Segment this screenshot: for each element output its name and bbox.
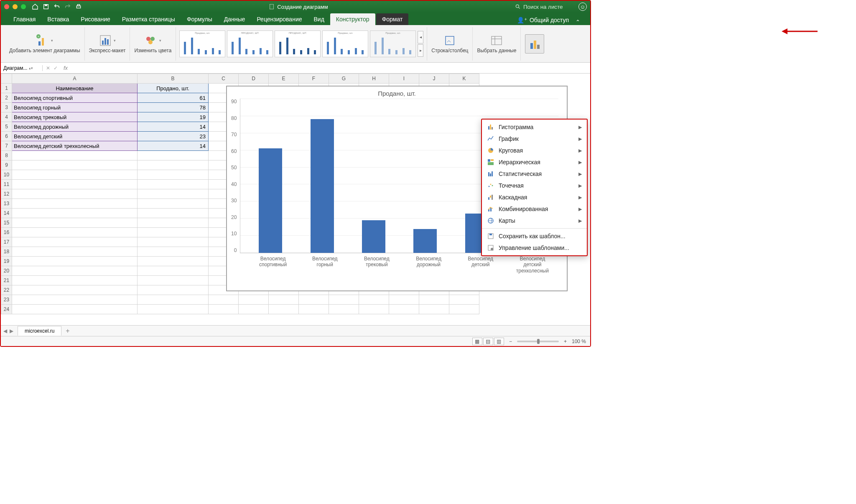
chart-bar[interactable]: [259, 148, 282, 253]
tab-formulas[interactable]: Формулы: [181, 13, 218, 25]
dd-line[interactable]: График▶: [482, 133, 587, 145]
dd-histogram[interactable]: Гистограмма▶: [482, 121, 587, 133]
dd-scatter[interactable]: Точечная▶: [482, 180, 587, 191]
cell[interactable]: Велосипед трековый: [12, 112, 138, 122]
cell[interactable]: 14: [138, 122, 209, 132]
chart-style-thumb[interactable]: Продано, шт.: [179, 31, 225, 57]
row-header[interactable]: 1: [1, 84, 12, 93]
search-input[interactable]: [523, 4, 573, 10]
row-header[interactable]: 23: [1, 295, 12, 305]
page-layout-view-icon[interactable]: ▤: [483, 338, 493, 345]
chart-title[interactable]: Продано, шт.: [227, 87, 567, 99]
row-header[interactable]: 14: [1, 209, 12, 218]
undo-icon[interactable]: [54, 3, 60, 10]
name-box[interactable]: Диаграм...▴▾: [1, 65, 43, 71]
switch-row-column-button[interactable]: Строка/столбец: [427, 27, 473, 61]
row-header[interactable]: 13: [1, 199, 12, 209]
cell[interactable]: Велосипед спортивный: [12, 93, 138, 103]
tab-home[interactable]: Главная: [8, 13, 41, 25]
row-header[interactable]: 24: [1, 305, 12, 314]
redo-icon[interactable]: [64, 3, 71, 10]
fx-label[interactable]: fx: [61, 65, 70, 71]
maximize-window-icon[interactable]: [21, 4, 26, 9]
chart-style-thumb[interactable]: ПРОДАНО, ШТ.: [227, 31, 273, 57]
row-header[interactable]: 10: [1, 170, 12, 180]
zoom-slider[interactable]: [517, 341, 559, 342]
row-header[interactable]: 9: [1, 160, 12, 170]
home-icon[interactable]: [32, 3, 38, 10]
zoom-out-button[interactable]: −: [509, 339, 512, 344]
zoom-in-button[interactable]: +: [564, 339, 567, 344]
cell[interactable]: 19: [138, 112, 209, 122]
cell[interactable]: 61: [138, 93, 209, 103]
feedback-icon[interactable]: ☺: [578, 3, 587, 11]
tab-data[interactable]: Данные: [218, 13, 251, 25]
row-header[interactable]: 20: [1, 266, 12, 276]
column-header[interactable]: B: [138, 74, 209, 84]
row-header[interactable]: 11: [1, 180, 12, 189]
cell[interactable]: Велосипед детский: [12, 132, 138, 141]
column-header[interactable]: K: [449, 74, 479, 84]
row-header[interactable]: 17: [1, 237, 12, 247]
row-header[interactable]: 15: [1, 218, 12, 228]
tab-chart-format[interactable]: Формат: [376, 13, 409, 25]
row-header[interactable]: 4: [1, 112, 12, 122]
minimize-window-icon[interactable]: [13, 4, 18, 9]
row-header[interactable]: 19: [1, 257, 12, 266]
dd-maps[interactable]: Карты▶: [482, 215, 587, 227]
cell[interactable]: 78: [138, 103, 209, 112]
add-sheet-button[interactable]: +: [61, 327, 74, 335]
row-header[interactable]: 3: [1, 103, 12, 112]
column-header[interactable]: C: [209, 74, 239, 84]
tab-chart-design[interactable]: Конструктор: [330, 13, 375, 25]
column-header[interactable]: I: [389, 74, 419, 84]
cell[interactable]: Наименование: [12, 84, 138, 93]
add-chart-element-button[interactable]: +▾ Добавить элемент диаграммы: [5, 27, 85, 61]
column-header[interactable]: F: [299, 74, 329, 84]
tab-page-layout[interactable]: Разметка страницы: [116, 13, 181, 25]
page-break-view-icon[interactable]: ▥: [494, 338, 504, 345]
select-data-button[interactable]: Выбрать данные: [473, 27, 521, 61]
column-header[interactable]: A: [12, 74, 138, 84]
tab-draw[interactable]: Рисование: [75, 13, 116, 25]
cancel-icon[interactable]: ✕: [46, 65, 50, 71]
chart-style-thumb[interactable]: Продано, шт.: [322, 31, 368, 57]
dd-hierarchy[interactable]: Иерархическая▶: [482, 156, 587, 168]
zoom-level[interactable]: 100 %: [572, 339, 586, 344]
row-header[interactable]: 16: [1, 228, 12, 237]
row-header[interactable]: 7: [1, 141, 12, 151]
row-header[interactable]: 22: [1, 285, 12, 295]
sheet-nav[interactable]: ◀▶: [1, 328, 16, 334]
normal-view-icon[interactable]: ▦: [472, 338, 482, 345]
change-colors-button[interactable]: ▾ Изменить цвета: [130, 27, 176, 61]
row-header[interactable]: 5: [1, 122, 12, 132]
column-header[interactable]: J: [419, 74, 449, 84]
column-header[interactable]: H: [359, 74, 389, 84]
dd-pie[interactable]: Круговая▶: [482, 145, 587, 156]
change-chart-type-button[interactable]: [521, 27, 548, 61]
row-header[interactable]: 6: [1, 132, 12, 141]
chart-bar[interactable]: [362, 220, 385, 253]
row-header[interactable]: 18: [1, 247, 12, 257]
print-icon[interactable]: [75, 3, 82, 10]
dd-manage-templates[interactable]: Управление шаблонами...: [482, 242, 587, 254]
chart-bar[interactable]: [413, 229, 437, 253]
row-header[interactable]: 21: [1, 276, 12, 285]
cell[interactable]: Велосипед дорожный: [12, 122, 138, 132]
chart-style-thumb[interactable]: Продано, шт.: [370, 31, 416, 57]
select-all-corner[interactable]: [1, 74, 12, 84]
style-gallery-scroll[interactable]: ◂▸: [418, 31, 423, 57]
row-header[interactable]: 8: [1, 151, 12, 160]
search-box[interactable]: [515, 4, 573, 10]
confirm-icon[interactable]: ✓: [54, 65, 58, 71]
dd-statistical[interactable]: Статистическая▶: [482, 168, 587, 180]
tab-view[interactable]: Вид: [308, 13, 330, 25]
dd-waterfall[interactable]: Каскадная▶: [482, 191, 587, 203]
collapse-ribbon-icon[interactable]: ⌃: [572, 19, 583, 25]
row-header[interactable]: 12: [1, 189, 12, 199]
cell[interactable]: 23: [138, 132, 209, 141]
chart-bar[interactable]: [311, 119, 334, 253]
column-header[interactable]: D: [239, 74, 269, 84]
cell[interactable]: 14: [138, 141, 209, 151]
save-icon[interactable]: [43, 3, 49, 10]
